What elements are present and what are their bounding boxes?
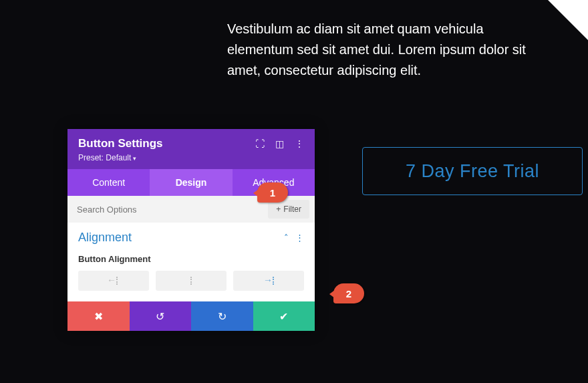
- modal-footer: ✖ ↺ ↻ ✔: [67, 301, 315, 331]
- callout-1: 1: [257, 182, 288, 203]
- align-center-button[interactable]: [156, 271, 227, 291]
- align-right-icon: [262, 277, 275, 285]
- cancel-button[interactable]: ✖: [67, 301, 130, 331]
- corner-decoration: [548, 0, 588, 40]
- search-input[interactable]: [67, 198, 268, 221]
- tab-content[interactable]: Content: [67, 169, 150, 196]
- field-label: Button Alignment: [78, 254, 304, 264]
- intro-text: Vestibulum ac diam sit amet quam vehicul…: [227, 19, 528, 81]
- alignment-section: Alignment ˄ ⋮ Button Alignment: [67, 223, 315, 301]
- modal-header: Button Settings ⛶ ◫ ⋮ Preset: Default: [67, 129, 315, 169]
- undo-button[interactable]: ↺: [130, 301, 192, 331]
- modal-title: Button Settings: [78, 137, 163, 150]
- plus-icon: +: [276, 205, 281, 214]
- more-icon[interactable]: ⋮: [295, 138, 304, 149]
- confirm-button[interactable]: ✔: [253, 301, 315, 331]
- expand-icon[interactable]: ⛶: [255, 138, 265, 149]
- check-icon: ✔: [279, 310, 288, 323]
- layout-icon[interactable]: ◫: [275, 138, 284, 149]
- align-left-icon: [107, 277, 120, 285]
- filter-button[interactable]: + Filter: [268, 200, 309, 219]
- filter-label: Filter: [283, 205, 301, 214]
- align-right-button[interactable]: [233, 271, 304, 291]
- align-left-button[interactable]: [78, 271, 149, 291]
- alignment-options: [78, 271, 304, 291]
- preset-dropdown[interactable]: Preset: Default: [78, 153, 304, 162]
- free-trial-label: 7 Day Free Trial: [406, 161, 539, 182]
- close-icon: ✖: [94, 310, 103, 323]
- button-settings-modal: Button Settings ⛶ ◫ ⋮ Preset: Default Co…: [67, 129, 315, 331]
- section-title: Alignment: [78, 231, 132, 245]
- section-more-icon[interactable]: ⋮: [295, 233, 304, 243]
- redo-button[interactable]: ↻: [191, 301, 253, 331]
- free-trial-button[interactable]: 7 Day Free Trial: [362, 147, 583, 195]
- callout-2: 2: [333, 283, 364, 303]
- undo-icon: ↺: [156, 310, 164, 323]
- tab-design[interactable]: Design: [150, 169, 232, 196]
- collapse-icon[interactable]: ˄: [284, 233, 289, 243]
- align-center-icon: [184, 277, 198, 285]
- redo-icon: ↻: [218, 310, 227, 323]
